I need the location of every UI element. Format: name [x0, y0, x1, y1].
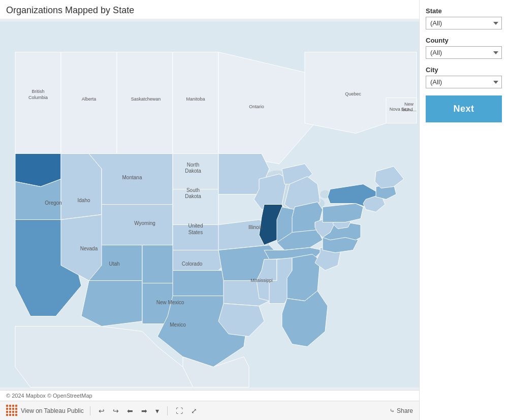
state-south-dakota[interactable] [173, 189, 218, 225]
county-filter-group: County (All) [426, 37, 502, 59]
toolbar-divider-2 [167, 406, 168, 415]
state-north-dakota[interactable] [173, 154, 218, 189]
down-button[interactable]: ▾ [153, 406, 161, 416]
sidebar: State (All) Alabama California Illinois … [419, 0, 508, 420]
city-filter-label: City [426, 66, 502, 74]
state-pennsylvania[interactable] [323, 204, 363, 222]
copyright-text: © 2024 Mapbox © OpenStreetMap [6, 393, 92, 399]
choropleth-map: British Columbia Alberta Saskatchewan Ma… [0, 19, 419, 390]
back-button[interactable]: ⬅ [125, 406, 135, 416]
map-container: British Columbia Alberta Saskatchewan Ma… [0, 19, 419, 390]
expand-icon[interactable]: ⛶ [174, 406, 185, 416]
state-wyoming[interactable] [102, 205, 173, 245]
tableau-grid-icon [6, 405, 18, 416]
undo-button[interactable]: ↩ [97, 406, 107, 416]
manitoba-region [173, 52, 218, 154]
page-title: Organizations Mapped by State [0, 0, 419, 19]
state-montana[interactable] [89, 154, 173, 205]
next-button[interactable]: Next [426, 95, 502, 122]
expand2-icon[interactable]: ⤢ [189, 406, 199, 416]
state-filter-group: State (All) Alabama California Illinois … [426, 7, 502, 29]
toolbar: View on Tableau Public ↩ ↪ ⬅ ➡ ▾ ⛶ ⤢ ⤷ S… [0, 401, 419, 420]
state-filter-select[interactable]: (All) Alabama California Illinois New Yo… [426, 17, 502, 29]
forward-button[interactable]: ➡ [139, 406, 149, 416]
map-footer: © 2024 Mapbox © OpenStreetMap [0, 390, 419, 401]
share-label[interactable]: Share [397, 407, 413, 414]
state-arizona[interactable] [81, 281, 142, 327]
share-icon: ⤷ [390, 407, 395, 414]
city-filter-select[interactable]: (All) [426, 76, 502, 88]
state-filter-label: State [426, 7, 502, 15]
tableau-logo[interactable]: View on Tableau Public [6, 405, 84, 416]
redo-button[interactable]: ↪ [111, 406, 121, 416]
view-on-tableau-label[interactable]: View on Tableau Public [21, 407, 84, 414]
bc-region [15, 52, 61, 164]
maritimes-region [386, 98, 417, 123]
county-filter-select[interactable]: (All) [426, 46, 502, 59]
city-filter-group: City (All) [426, 66, 502, 88]
share-button[interactable]: ⤷ Share [390, 407, 413, 414]
sask-region [117, 52, 173, 154]
main-container: Organizations Mapped by State [0, 0, 508, 420]
county-filter-label: County [426, 37, 502, 44]
toolbar-divider-1 [90, 406, 90, 415]
map-section: Organizations Mapped by State [0, 0, 419, 420]
alberta-region [61, 52, 117, 154]
state-idaho[interactable] [61, 154, 102, 220]
